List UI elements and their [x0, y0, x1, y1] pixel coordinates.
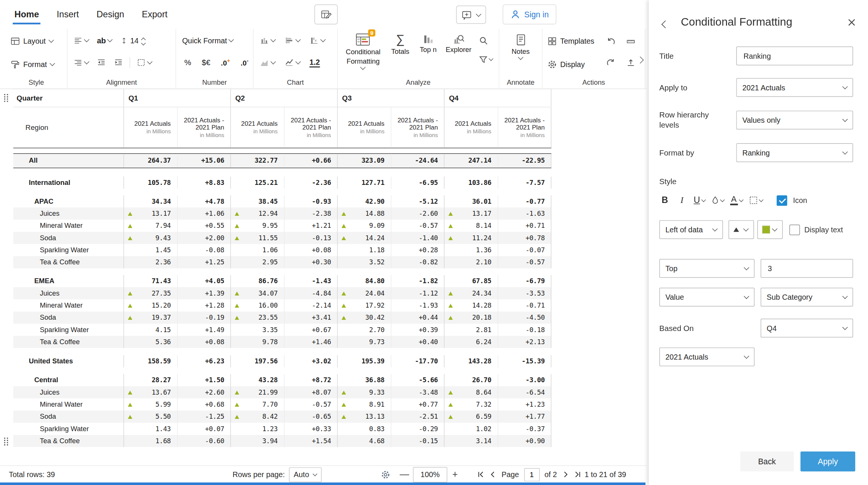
- quarter-header-q4[interactable]: Q4: [445, 89, 552, 107]
- row-label[interactable]: Juices: [13, 287, 124, 299]
- row-label[interactable]: Soda: [13, 232, 124, 244]
- display-text-checkbox[interactable]: [789, 224, 800, 235]
- notes-button[interactable]: Notes: [501, 30, 539, 59]
- row-label[interactable]: Sparkling Water: [13, 324, 124, 336]
- row-label[interactable]: Mineral Water: [13, 220, 124, 232]
- templates-button[interactable]: Templates: [545, 33, 597, 49]
- zoom-in-button[interactable]: +: [452, 469, 458, 480]
- first-page-button[interactable]: [477, 471, 484, 478]
- format-by-select[interactable]: Ranking: [736, 143, 853, 162]
- previous-page-button[interactable]: [489, 471, 497, 478]
- border-style-dropdown[interactable]: [749, 192, 763, 208]
- upload-button[interactable]: [625, 56, 637, 69]
- row-label[interactable]: Tea & Coffee: [13, 256, 124, 268]
- panel-close-button[interactable]: [848, 18, 856, 26]
- row-label[interactable]: EMEA: [13, 275, 124, 287]
- totals-button[interactable]: ∑ Totals: [386, 30, 414, 78]
- icon-color-select[interactable]: [757, 220, 783, 239]
- row-label[interactable]: Tea & Coffee: [13, 336, 124, 348]
- based-on-select[interactable]: Q4: [761, 319, 853, 337]
- text-format-dropdown[interactable]: ab: [95, 33, 114, 48]
- cell-borders-dropdown[interactable]: [135, 55, 153, 70]
- format-dropdown[interactable]: Format: [8, 56, 65, 72]
- row-label[interactable]: Mineral Water: [13, 299, 124, 311]
- settings-gear-button[interactable]: [381, 470, 390, 479]
- next-page-button[interactable]: [562, 471, 569, 478]
- column-header-variance-q1[interactable]: 2021 Actuals -2021 Planin Millions: [177, 107, 231, 148]
- tab-insert[interactable]: Insert: [57, 9, 79, 19]
- row-label[interactable]: Soda: [13, 311, 124, 323]
- add-comment-button[interactable]: [456, 6, 486, 24]
- quarter-header-q3[interactable]: Q3: [338, 89, 445, 107]
- icon-shape-select[interactable]: [729, 220, 754, 239]
- conditional-formatting-button[interactable]: 9 Conditional Formatting: [340, 30, 386, 78]
- column-header-actuals-q4[interactable]: 2021 Actualsin Millions: [445, 107, 498, 148]
- redo-button[interactable]: [605, 56, 617, 69]
- row-label[interactable]: International: [13, 177, 124, 189]
- row-label[interactable]: Sparkling Water: [13, 423, 124, 435]
- quick-format-dropdown[interactable]: Quick Format: [180, 33, 235, 48]
- title-input[interactable]: [736, 46, 853, 65]
- layout-dropdown[interactable]: Layout: [8, 33, 65, 49]
- percent-format-button[interactable]: %: [183, 55, 193, 70]
- zoom-out-button[interactable]: —: [400, 469, 409, 480]
- search-button[interactable]: [477, 34, 495, 46]
- column-header-variance-q2[interactable]: 2021 Actuals -2021 Planin Millions: [284, 107, 338, 148]
- field-select[interactable]: Sub Category: [761, 288, 853, 307]
- measure-select[interactable]: 2021 Actuals: [659, 348, 755, 366]
- quarter-header-q2[interactable]: Q2: [231, 89, 338, 107]
- row-label[interactable]: All: [13, 154, 124, 168]
- panel-back-button[interactable]: [663, 19, 668, 29]
- top-n-button[interactable]: Top n: [414, 30, 442, 78]
- row-label[interactable]: United States: [13, 355, 124, 367]
- tab-export[interactable]: Export: [142, 9, 168, 19]
- horizontal-align-dropdown[interactable]: [72, 33, 90, 48]
- apply-button[interactable]: Apply: [801, 451, 855, 471]
- filter-dropdown[interactable]: [477, 53, 495, 65]
- rows-per-page-select[interactable]: Auto: [289, 467, 322, 482]
- font-size-control[interactable]: 14: [119, 33, 147, 48]
- quarter-header-q1[interactable]: Q1: [124, 89, 231, 107]
- display-button[interactable]: Display: [545, 56, 597, 72]
- indent-increase-button[interactable]: [112, 55, 124, 70]
- tab-design[interactable]: Design: [96, 9, 124, 19]
- stacked-chart-dropdown[interactable]: [283, 33, 302, 48]
- resize-ruler-button[interactable]: [625, 35, 637, 47]
- row-hierarchy-select[interactable]: Values only: [736, 111, 853, 130]
- indent-decrease-button[interactable]: [95, 55, 107, 70]
- fill-color-dropdown[interactable]: [711, 192, 724, 208]
- explorer-button[interactable]: Explorer: [442, 30, 475, 78]
- font-size-value[interactable]: 14: [130, 36, 139, 44]
- underline-dropdown[interactable]: U: [694, 192, 705, 208]
- drag-handle-icon[interactable]: [3, 437, 10, 446]
- row-label[interactable]: APAC: [13, 195, 124, 207]
- icon-checkbox[interactable]: [776, 195, 787, 206]
- icon-position-select[interactable]: Left of data: [659, 220, 723, 239]
- variance-chart-dropdown[interactable]: [258, 33, 277, 48]
- row-label[interactable]: Central: [13, 374, 124, 386]
- page-input[interactable]: [524, 468, 539, 481]
- font-color-dropdown[interactable]: A: [730, 192, 743, 208]
- apply-to-select[interactable]: 2021 Actuals: [736, 78, 853, 97]
- currency-format-button[interactable]: $€: [200, 55, 212, 70]
- top-bottom-select[interactable]: Top: [659, 259, 755, 278]
- last-page-button[interactable]: [574, 471, 581, 478]
- top-n-input[interactable]: [761, 259, 853, 278]
- undo-button[interactable]: [605, 35, 617, 47]
- row-label[interactable]: Juices: [13, 386, 124, 398]
- font-size-stepper[interactable]: [142, 36, 145, 44]
- ribbon-expand-button[interactable]: [638, 53, 647, 66]
- row-label[interactable]: Tea & Coffee: [13, 435, 124, 447]
- edit-visual-button[interactable]: [315, 5, 338, 24]
- row-label[interactable]: Mineral Water: [13, 398, 124, 410]
- area-chart-dropdown[interactable]: [258, 55, 277, 70]
- tab-home[interactable]: Home: [14, 9, 39, 19]
- row-label[interactable]: Sparkling Water: [13, 244, 124, 256]
- row-label[interactable]: Soda: [13, 410, 124, 422]
- value-select[interactable]: Value: [659, 288, 755, 307]
- vertical-align-dropdown[interactable]: [72, 55, 90, 70]
- column-header-actuals-q2[interactable]: 2021 Actualsin Millions: [231, 107, 284, 148]
- decrease-decimals-button[interactable]: .0-: [239, 55, 250, 70]
- bold-button[interactable]: B: [659, 192, 670, 208]
- line-chart-dropdown[interactable]: [283, 55, 302, 70]
